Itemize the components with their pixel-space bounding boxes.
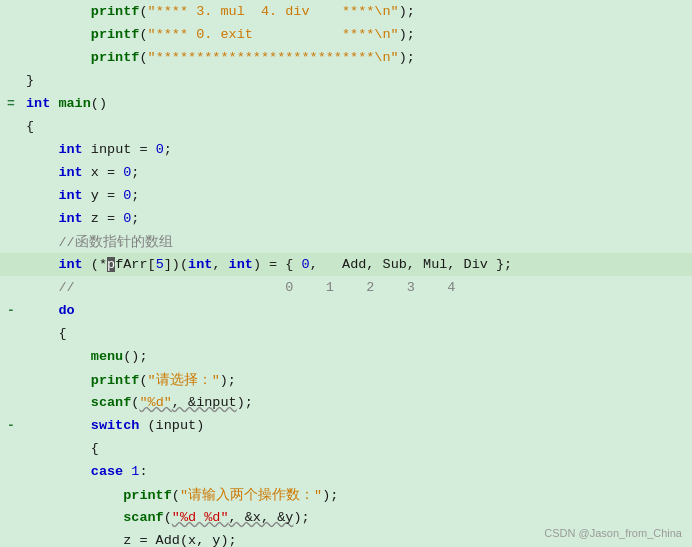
- code-line: menu();: [0, 345, 692, 368]
- line-text: do: [22, 303, 692, 318]
- token: case: [91, 464, 123, 479]
- token: );: [293, 510, 309, 525]
- token: "**** 3. mul 4. div ****\n": [148, 4, 399, 19]
- token: {: [91, 441, 99, 456]
- token: );: [399, 4, 415, 19]
- token: switch: [91, 418, 140, 433]
- token: fArr[: [115, 257, 156, 272]
- line-text: scanf("%d", &input);: [22, 395, 692, 410]
- token: 0: [156, 142, 164, 157]
- token: , &x, &y: [229, 510, 294, 525]
- line-text: case 1:: [22, 464, 692, 479]
- token: (: [164, 510, 172, 525]
- line-text: // 0 1 2 3 4: [22, 280, 692, 295]
- token: ) = {: [253, 257, 302, 272]
- token: (: [139, 373, 147, 388]
- token: ,: [212, 257, 228, 272]
- token: // 0 1 2 3 4: [58, 280, 455, 295]
- token: (*: [83, 257, 107, 272]
- code-line: printf("请输入两个操作数：");: [0, 483, 692, 506]
- token: int: [188, 257, 212, 272]
- token: "**** 0. exit ****\n": [148, 27, 399, 42]
- token: "***************************\n": [148, 50, 399, 65]
- line-text: //函数指针的数组: [22, 233, 692, 251]
- token: int: [229, 257, 253, 272]
- line-text: scanf("%d %d", &x, &y);: [22, 510, 692, 525]
- token: int: [58, 165, 82, 180]
- token: {: [58, 326, 66, 341]
- token: }: [26, 73, 34, 88]
- code-line: printf("**** 3. mul 4. div ****\n");: [0, 0, 692, 23]
- code-line: }: [0, 69, 692, 92]
- code-line: scanf("%d %d", &x, &y);: [0, 506, 692, 529]
- token: int: [26, 96, 50, 111]
- line-text: int main(): [22, 96, 692, 111]
- token: , &input: [172, 395, 237, 410]
- token: ;: [164, 142, 172, 157]
- line-text: printf("***************************\n");: [22, 50, 692, 65]
- token: p: [107, 257, 115, 272]
- token: scanf: [91, 395, 132, 410]
- token: main: [58, 96, 90, 111]
- token: (input): [139, 418, 204, 433]
- line-text: int x = 0;: [22, 165, 692, 180]
- code-line: =int main(): [0, 92, 692, 115]
- token: printf: [91, 373, 140, 388]
- token: z = Add(x, y);: [123, 533, 236, 547]
- line-text: int y = 0;: [22, 188, 692, 203]
- token: printf: [91, 27, 140, 42]
- code-line: {: [0, 437, 692, 460]
- line-text: switch (input): [22, 418, 692, 433]
- token: int: [58, 142, 82, 157]
- code-line: int z = 0;: [0, 207, 692, 230]
- code-line: scanf("%d", &input);: [0, 391, 692, 414]
- line-text: }: [22, 73, 692, 88]
- code-line: printf("请选择：");: [0, 368, 692, 391]
- token: 0: [302, 257, 310, 272]
- line-text: {: [22, 326, 692, 341]
- token: ;: [131, 211, 139, 226]
- token: );: [237, 395, 253, 410]
- token: printf: [123, 488, 172, 503]
- code-line: int x = 0;: [0, 161, 692, 184]
- token: "%d %d": [172, 510, 229, 525]
- line-gutter: -: [0, 418, 22, 433]
- token: z =: [83, 211, 124, 226]
- token: (: [139, 4, 147, 19]
- line-gutter: -: [0, 303, 22, 318]
- token: );: [220, 373, 236, 388]
- token: int: [58, 257, 82, 272]
- code-line: - do: [0, 299, 692, 322]
- token: 5: [156, 257, 164, 272]
- line-text: int z = 0;: [22, 211, 692, 226]
- code-line: case 1:: [0, 460, 692, 483]
- code-line: // 0 1 2 3 4: [0, 276, 692, 299]
- token: ])(: [164, 257, 188, 272]
- token: input: [91, 142, 132, 157]
- token: ;: [131, 165, 139, 180]
- line-text: {: [22, 119, 692, 134]
- token: "%d": [139, 395, 171, 410]
- line-text: int input = 0;: [22, 142, 692, 157]
- line-text: printf("**** 3. mul 4. div ****\n");: [22, 4, 692, 19]
- code-editor: printf("**** 3. mul 4. div ****\n"); pri…: [0, 0, 692, 547]
- line-text: {: [22, 441, 692, 456]
- token: (: [139, 27, 147, 42]
- code-line: printf("**** 0. exit ****\n");: [0, 23, 692, 46]
- token: menu: [91, 349, 123, 364]
- code-line: //函数指针的数组: [0, 230, 692, 253]
- code-line: int input = 0;: [0, 138, 692, 161]
- code-line: int y = 0;: [0, 184, 692, 207]
- watermark: CSDN @Jason_from_China: [544, 527, 682, 539]
- token: =: [131, 142, 155, 157]
- token: do: [58, 303, 74, 318]
- token: {: [26, 119, 34, 134]
- token: "请选择：": [148, 373, 220, 388]
- token: );: [399, 50, 415, 65]
- line-gutter: =: [0, 96, 22, 111]
- token: "请输入两个操作数：": [180, 488, 322, 503]
- token: (): [91, 96, 107, 111]
- token: int: [58, 211, 82, 226]
- token: );: [322, 488, 338, 503]
- token: printf: [91, 50, 140, 65]
